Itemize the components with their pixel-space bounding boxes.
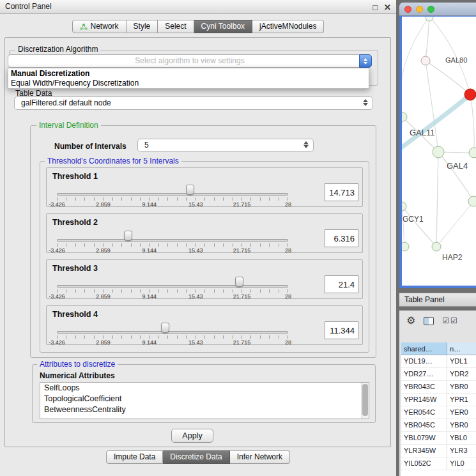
network-node[interactable] — [421, 56, 430, 65]
table-data-combobox[interactable]: galFiltered.sif default node — [14, 96, 373, 110]
table-panel-window: ⚙ ☑☑ shared… n… YDL19…YDL1YDR27…YDR2YBR0… — [399, 311, 476, 476]
network-node[interactable] — [426, 17, 433, 21]
apply-button[interactable]: Apply — [171, 429, 213, 443]
node-label: HAP2 — [442, 253, 463, 262]
slider-thumb[interactable] — [161, 323, 169, 333]
network-edge[interactable] — [402, 95, 470, 148]
tab-discretize-data[interactable]: Discretize Data — [163, 450, 229, 464]
table-cell: YLR3 — [447, 445, 476, 457]
scale-label: 28 — [285, 339, 291, 346]
threshold-3-value-field[interactable] — [325, 275, 358, 293]
algorithm-combobox[interactable]: Select algorithm to view settings — [8, 54, 372, 68]
mac-zoom-icon[interactable] — [427, 6, 434, 13]
slider-thumb[interactable] — [186, 185, 194, 195]
threshold-2-slider[interactable]: -3.4262.8599.14415.4321.71528 — [57, 229, 288, 254]
algorithm-option-manual[interactable]: Manual Discretization — [8, 69, 369, 79]
algorithm-option-equal-width[interactable]: Equal Width/Frequency Discretization — [8, 79, 369, 88]
tab-infer-network[interactable]: Infer Network — [230, 450, 290, 464]
slider-thumb[interactable] — [124, 231, 132, 241]
scale-label: 15.43 — [188, 201, 203, 208]
scale-label: 21.715 — [233, 339, 251, 346]
scale-label: 15.43 — [188, 293, 203, 300]
slider-ticks — [57, 289, 288, 293]
network-node[interactable] — [402, 242, 409, 251]
network-edge[interactable] — [402, 206, 404, 247]
tab-label: Infer Network — [237, 451, 282, 463]
tab-network[interactable]: Network — [72, 20, 127, 33]
slider-track[interactable] — [57, 331, 288, 334]
threshold-2-value-field[interactable] — [325, 229, 358, 247]
tab-jactivemnodules[interactable]: jActiveMNodules — [252, 20, 324, 33]
network-node[interactable] — [402, 202, 406, 211]
table-row[interactable]: YBL079WYBL0 — [401, 432, 476, 445]
tab-cyni-toolbox[interactable]: Cyni Toolbox — [194, 20, 252, 33]
table-row[interactable]: YLR345WYLR3 — [401, 445, 476, 457]
top-tab-bar: Network Style Select Cyni Toolbox jActiv… — [0, 20, 396, 33]
mac-minimize-icon[interactable] — [416, 6, 423, 13]
list-item[interactable]: BetweennessCentrality — [40, 404, 369, 415]
gear-icon[interactable]: ⚙ — [406, 316, 415, 326]
checkbox-icons[interactable]: ☑☑ — [442, 316, 459, 325]
table-panel-header[interactable]: Table Panel — [399, 293, 476, 307]
combo-stepper-icon[interactable] — [359, 54, 372, 68]
network-edge[interactable] — [402, 17, 429, 117]
table-row[interactable]: YER054CYER0 — [401, 406, 476, 419]
close-icon[interactable]: ✕ — [384, 1, 391, 14]
network-edge[interactable] — [402, 117, 403, 206]
tab-select[interactable]: Select — [158, 20, 194, 33]
scale-label: -3.426 — [49, 201, 65, 208]
network-edge[interactable] — [426, 61, 470, 95]
slider-track[interactable] — [57, 285, 288, 288]
table-row[interactable]: YBR045CYBR0 — [401, 419, 476, 432]
slider-thumb[interactable] — [235, 277, 243, 287]
columns-icon[interactable] — [424, 317, 434, 325]
threshold-4-value-field[interactable] — [325, 321, 358, 339]
network-edge[interactable] — [426, 61, 438, 152]
network-edge[interactable] — [402, 206, 436, 247]
network-edge[interactable] — [429, 17, 470, 95]
network-node[interactable] — [433, 146, 444, 158]
network-node[interactable] — [432, 242, 441, 251]
tab-style[interactable]: Style — [127, 20, 158, 33]
window-titlebar[interactable]: Control Panel □ ✕ — [0, 0, 396, 14]
threshold-4-slider[interactable]: -3.4262.8599.14415.4321.71528 — [57, 321, 288, 346]
network-window-titlebar[interactable] — [399, 3, 476, 16]
threshold-1-slider[interactable]: -3.4262.8599.14415.4321.71528 — [57, 183, 288, 208]
network-edge[interactable] — [470, 95, 474, 153]
network-edge[interactable] — [426, 17, 429, 61]
list-item[interactable]: TopologicalCoefficient — [40, 394, 369, 404]
number-of-intervals-combobox[interactable]: 5 — [137, 139, 314, 152]
table-row[interactable]: YDL19…YDL1 — [401, 355, 476, 368]
network-edge[interactable] — [436, 152, 438, 247]
node-label: GCY1 — [403, 215, 424, 224]
network-edge[interactable] — [436, 201, 473, 247]
threshold-1-value-field[interactable] — [325, 183, 358, 201]
float-icon[interactable]: □ — [372, 1, 378, 14]
mac-close-icon[interactable] — [404, 6, 411, 13]
table-row[interactable]: YBR043CYBR0 — [401, 381, 476, 394]
scrollbar-thumb[interactable] — [362, 384, 368, 416]
table-row[interactable]: YPR145WYPR1 — [401, 394, 476, 406]
network-edge[interactable] — [438, 152, 473, 201]
list-scrollbar[interactable] — [361, 383, 369, 418]
scale-label: 2.859 — [96, 339, 111, 346]
network-node[interactable] — [468, 196, 476, 206]
network-canvas[interactable]: GAL80GAL11GAL4GCY1HAP2 — [402, 17, 476, 286]
column-header-name[interactable]: n… — [447, 342, 476, 355]
threshold-3-slider[interactable]: -3.4262.8599.14415.4321.71528 — [57, 275, 288, 300]
scale-label: 9.144 — [142, 247, 157, 254]
column-header-shared-name[interactable]: shared… — [401, 342, 447, 355]
table-cell: YBL079W — [401, 432, 447, 444]
table-row[interactable]: YIL052CYIL0 — [401, 457, 476, 470]
table-cell: YBL0 — [447, 432, 476, 444]
network-node[interactable] — [464, 89, 476, 100]
network-node[interactable] — [469, 148, 476, 158]
node-label: GAL4 — [447, 161, 468, 171]
table-row[interactable]: YDR27…YDR2 — [401, 368, 476, 381]
list-item[interactable]: SelfLoops — [40, 383, 369, 394]
slider-track[interactable] — [57, 193, 288, 196]
network-node[interactable] — [402, 112, 407, 121]
tab-impute-data[interactable]: Impute Data — [106, 450, 163, 464]
numerical-attributes-list[interactable]: SelfLoops TopologicalCoefficient Between… — [40, 382, 369, 419]
slider-track[interactable] — [57, 239, 288, 242]
